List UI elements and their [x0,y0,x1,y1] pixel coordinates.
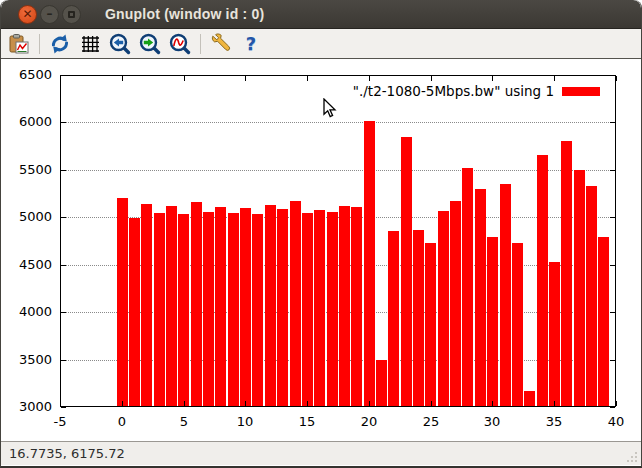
question-mark-icon: ? [246,33,256,54]
y-tick [61,360,66,361]
x-tick [616,401,617,406]
clipboard-chart-icon [8,33,30,55]
legend: "./t2-1080-5Mbps.bw" using 1 [353,83,600,99]
grid-icon [79,33,101,55]
options-button[interactable] [208,31,234,57]
y-tick [610,122,615,123]
zoom-previous-button[interactable] [107,31,133,57]
magnifier-left-arrow-icon [109,33,131,55]
wrench-icon [210,33,232,55]
y-tick [61,217,66,218]
refresh-arrows-icon [49,33,71,55]
y-tick [610,75,615,76]
y-tick-label: 6500 [10,67,52,82]
y-tick [61,75,66,76]
close-button[interactable]: ✕ [18,5,37,24]
resize-grip[interactable] [626,451,638,463]
y-tick [61,122,66,123]
y-tick-label: 4000 [10,304,52,319]
y-tick-label: 5500 [10,162,52,177]
x-tick [616,76,617,81]
y-tick [610,170,615,171]
x-tick [307,76,308,81]
plot-border [60,75,616,407]
y-tick [610,217,615,218]
x-tick [431,401,432,406]
x-tick [369,76,370,81]
y-tick-label: 4500 [10,257,52,272]
y-tick [61,407,66,408]
x-tick-label: 10 [230,414,260,429]
x-tick [60,401,61,406]
x-tick [554,76,555,81]
toggle-grid-button[interactable] [77,31,103,57]
statusbar: 16.7735, 6175.72 [1,441,641,465]
copy-to-clipboard-button[interactable] [6,31,32,57]
close-icon: ✕ [22,8,32,20]
x-tick [184,401,185,406]
maximize-icon [68,11,75,18]
y-tick [610,265,615,266]
x-tick [60,76,61,81]
window-controls: ✕ – [1,5,81,24]
x-tick [245,401,246,406]
x-tick [122,76,123,81]
y-tick [61,265,66,266]
mouse-cursor [323,98,338,119]
maximize-button[interactable] [62,5,81,24]
magnifier-right-arrow-icon [139,33,161,55]
y-tick-label: 3000 [10,399,52,414]
x-tick [554,401,555,406]
x-tick [122,401,123,406]
x-tick-label: 15 [292,414,322,429]
y-tick [61,170,66,171]
magnifier-red-curve-icon [169,33,191,55]
y-tick-label: 5000 [10,209,52,224]
y-tick [610,312,615,313]
minimize-icon: – [47,8,53,20]
help-button[interactable]: ? [238,31,264,57]
x-tick [245,76,246,81]
x-tick [492,76,493,81]
y-tick [610,407,615,408]
legend-label: "./t2-1080-5Mbps.bw" using 1 [353,83,554,99]
coordinate-readout: 16.7735, 6175.72 [9,446,125,461]
gnuplot-window: ✕ – Gnuplot (window id : 0) [0,0,642,468]
x-tick-label: 30 [477,414,507,429]
x-tick-label: 20 [354,414,384,429]
apply-autoscale-button[interactable] [167,31,193,57]
x-tick [431,76,432,81]
toolbar-separator [39,34,40,54]
replot-button[interactable] [47,31,73,57]
x-tick-label: 0 [107,414,137,429]
x-tick [369,401,370,406]
window-title: Gnuplot (window id : 0) [105,6,264,22]
zoom-next-button[interactable] [137,31,163,57]
y-tick [61,312,66,313]
y-tick-label: 3500 [10,352,52,367]
minimize-button[interactable]: – [40,5,59,24]
x-tick [184,76,185,81]
toolbar: ? [1,29,641,59]
titlebar[interactable]: ✕ – Gnuplot (window id : 0) [1,0,641,29]
x-tick-label: -5 [45,414,75,429]
x-tick [492,401,493,406]
x-tick [307,401,308,406]
toolbar-separator [200,34,201,54]
x-tick-label: 35 [539,414,569,429]
x-tick-label: 40 [601,414,631,429]
y-tick [610,360,615,361]
x-tick-label: 25 [416,414,446,429]
legend-swatch [562,87,600,96]
y-tick-label: 6000 [10,114,52,129]
plot-canvas[interactable]: -505101520253035403000350040004500500055… [1,59,641,441]
x-tick-label: 5 [169,414,199,429]
